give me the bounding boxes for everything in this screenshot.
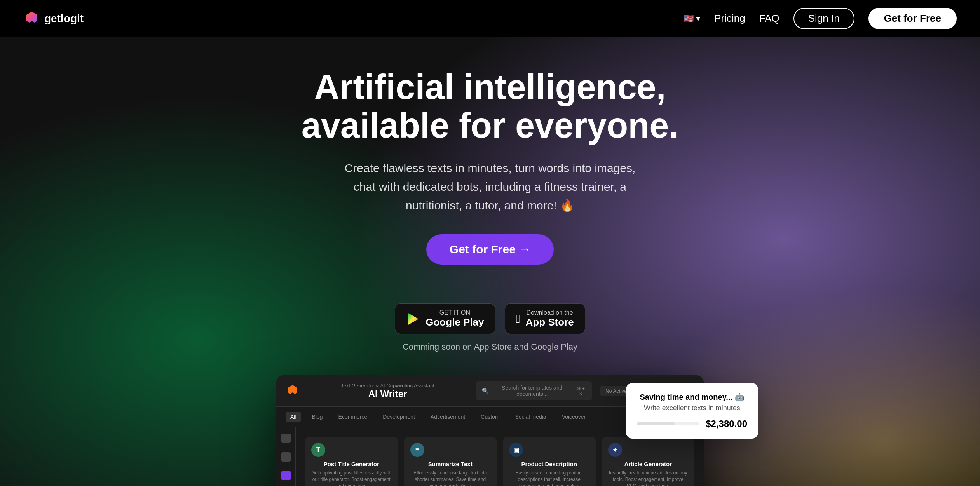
flag-icon: 🇺🇸 [683, 14, 694, 24]
card-icon-3: ▣ [509, 443, 523, 457]
saving-tooltip-title: Saving time and money... 🤖 [637, 392, 747, 402]
app-card-summarize[interactable]: ≡ Summarize Text Effortlessly condense l… [404, 437, 497, 486]
card-desc-3: Easily create compelling product descrip… [509, 470, 589, 486]
logo-icon [23, 10, 40, 27]
logo-text: getlogit [44, 12, 84, 25]
tab-voiceover[interactable]: Voiceover [557, 412, 590, 422]
card-icon-2: ≡ [410, 443, 424, 457]
card-title-2: Summarize Text [410, 461, 491, 467]
language-selector[interactable]: 🇺🇸 ▾ [683, 14, 700, 24]
tab-all[interactable]: All [286, 412, 301, 422]
hero-subtitle: Create flawless texts in minutes, turn w… [338, 159, 642, 215]
saving-bar-container [637, 422, 699, 425]
google-play-label-large: Google Play [425, 316, 484, 328]
dropdown-arrow: ▾ [696, 14, 700, 24]
app-store-label-small: Download on the [526, 309, 574, 316]
app-header-title: AI Writer [307, 388, 468, 399]
app-header-label: Text Generator & AI Copywriting Assistan… [307, 383, 468, 388]
card-icon-4: ✦ [608, 443, 622, 457]
sidebar-icon-3[interactable] [281, 471, 291, 480]
card-title-3: Product Description [509, 461, 589, 467]
nav-faq[interactable]: FAQ [759, 12, 779, 24]
svg-marker-0 [408, 313, 419, 325]
sidebar-icon-2[interactable] [281, 452, 291, 462]
nav: 🇺🇸 ▾ Pricing FAQ Sign In Get for Free [683, 8, 957, 29]
nav-pricing[interactable]: Pricing [714, 12, 745, 24]
hero-section: Artificial intelligence, available for e… [0, 37, 980, 486]
card-desc-1: Get captivating post titles instantly wi… [311, 470, 392, 486]
header: getlogit 🇺🇸 ▾ Pricing FAQ Sign In Get fo… [0, 0, 980, 37]
tab-custom[interactable]: Custom [476, 412, 504, 422]
app-store-label-large: App Store [526, 316, 574, 328]
google-play-button[interactable]: GET IT ON Google Play [395, 303, 495, 334]
get-free-hero-button[interactable]: Get for Free → [426, 234, 554, 265]
get-free-nav-button[interactable]: Get for Free [868, 8, 957, 29]
saving-tooltip: Saving time and money... 🤖 Write excelle… [626, 383, 758, 439]
logo[interactable]: getlogit [23, 10, 84, 27]
tab-advertisement[interactable]: Advertisement [426, 412, 470, 422]
tab-blog[interactable]: Blog [307, 412, 328, 422]
app-preview-container: Text Generator & AI Copywriting Assistan… [276, 375, 704, 486]
tab-ecommerce[interactable]: Ecommerce [334, 412, 372, 422]
card-desc-4: Instantly create unique articles on any … [608, 470, 689, 486]
app-card-article[interactable]: ✦ Article Generator Instantly create uni… [602, 437, 695, 486]
hero-title: Artificial intelligence, available for e… [276, 68, 704, 145]
signin-button[interactable]: Sign In [793, 8, 854, 29]
coming-soon-text: Comming soon on App Store and Google Pla… [276, 342, 704, 352]
store-buttons: GET IT ON Google Play  Download on the … [276, 303, 704, 334]
saving-amount: $2,380.00 [706, 418, 747, 429]
tab-development[interactable]: Development [378, 412, 420, 422]
app-sidebar-icons [276, 427, 296, 486]
hero-content: Artificial intelligence, available for e… [276, 68, 704, 486]
card-desc-2: Effortlessly condense large text into sh… [410, 470, 491, 486]
app-card-post-title[interactable]: T Post Title Generator Get captivating p… [305, 437, 398, 486]
google-play-icon [406, 312, 420, 326]
app-store-button[interactable]:  Download on the App Store [505, 303, 585, 334]
card-title-4: Article Generator [608, 461, 689, 467]
app-header-info: Text Generator & AI Copywriting Assistan… [307, 383, 468, 399]
google-play-label-small: GET IT ON [425, 309, 484, 316]
search-placeholder: Search for templates and documents... [492, 385, 572, 397]
card-icon-1: T [311, 443, 325, 457]
saving-bar-fill [637, 422, 675, 425]
app-card-product[interactable]: ▣ Product Description Easily create comp… [503, 437, 596, 486]
saving-tooltip-subtitle: Write excellent texts in minutes [637, 404, 747, 412]
saving-row: $2,380.00 [637, 418, 747, 429]
app-logo-icon [286, 384, 300, 398]
tab-social[interactable]: Social media [511, 412, 551, 422]
apple-icon:  [516, 312, 520, 326]
search-icon: 🔍 [482, 388, 488, 394]
sidebar-icon-1[interactable] [281, 434, 291, 443]
app-search-bar[interactable]: 🔍 Search for templates and documents... … [476, 381, 592, 400]
card-title-1: Post Title Generator [311, 461, 392, 467]
search-shortcut: ⌘ + K [575, 386, 586, 396]
